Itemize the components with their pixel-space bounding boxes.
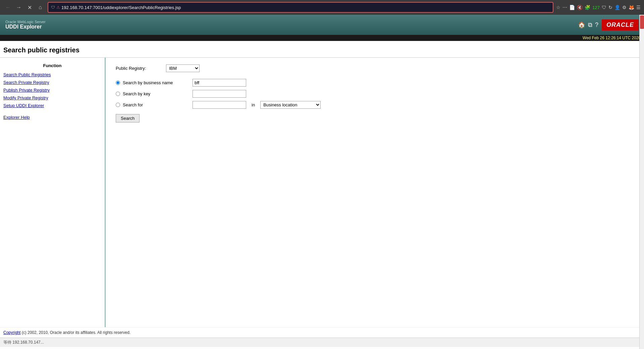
sidebar-link-publish-private[interactable]: Publish Private Registry xyxy=(3,88,101,93)
search-business-name-label: Search by business name xyxy=(123,80,190,85)
main-layout: Function Search Public Registries Search… xyxy=(0,58,644,327)
shield-icon2[interactable]: 🛡 xyxy=(602,5,606,10)
reader-icon[interactable]: 📄 xyxy=(569,5,575,10)
extensions-icon[interactable]: 🧩 xyxy=(585,5,590,10)
registry-select[interactable]: IBM Microsoft SAP XMethods xyxy=(166,64,200,72)
app-name: UDDI Explorer xyxy=(5,24,46,30)
oracle-header: Oracle WebLogic Server UDDI Explorer 🏠 ⧉… xyxy=(0,15,644,35)
page-footer: Copyright (c) 2002, 2010, Oracle and/or … xyxy=(0,327,644,338)
home-button[interactable]: ⌂ xyxy=(36,3,45,12)
browser-chrome: ← → ✕ ⌂ 🛡 ⚠ 192.168.70.147:7001/uddiexpl… xyxy=(0,0,644,15)
search-for-row: Search for in Business location Business… xyxy=(116,101,634,109)
datetime-bar: Wed Feb 26 12:26:14 UTC 2020 xyxy=(0,35,644,41)
help-icon[interactable]: ? xyxy=(595,21,598,29)
search-by-key-row: Search by key xyxy=(116,90,634,98)
status-bar: 等待 192.168.70.147... xyxy=(0,338,644,347)
copyright-link[interactable]: Copyright xyxy=(3,330,20,335)
status-text: 等待 192.168.70.147... xyxy=(3,340,44,345)
sidebar-link-search-private[interactable]: Search Private Registry xyxy=(3,80,101,85)
forward-button[interactable]: → xyxy=(14,3,23,12)
location-select[interactable]: Business location Business category Serv… xyxy=(260,101,321,109)
search-key-label: Search by key xyxy=(123,91,190,96)
firefox-icon[interactable]: 🦊 xyxy=(629,5,634,10)
container-icon[interactable]: 127 xyxy=(592,5,600,10)
search-key-radio[interactable] xyxy=(116,92,120,96)
search-business-name-radio[interactable] xyxy=(116,81,120,85)
sync-icon[interactable]: ↻ xyxy=(608,5,612,10)
search-for-input[interactable] xyxy=(193,101,246,109)
settings-icon[interactable]: ⚙ xyxy=(622,5,627,10)
sidebar-links: Search Public Registries Search Private … xyxy=(3,72,101,108)
url-text: 192.168.70.147:7001/uddiexplorer/SearchP… xyxy=(61,5,550,10)
security-icon: 🛡 xyxy=(51,5,55,10)
sidebar-link-modify-private[interactable]: Modify Private Registry xyxy=(3,95,101,100)
sidebar-link-search-public[interactable]: Search Public Registries xyxy=(3,72,101,77)
search-button[interactable]: Search xyxy=(116,114,140,122)
sidebar: Function Search Public Registries Search… xyxy=(0,58,106,327)
in-label: in xyxy=(252,102,255,107)
header-icons: 🏠 ⧉ ? xyxy=(578,21,598,29)
address-bar[interactable]: 🛡 ⚠ 192.168.70.147:7001/uddiexplorer/Sea… xyxy=(48,2,553,13)
sidebar-link-explorer-help[interactable]: Explorer Help xyxy=(3,115,30,120)
public-registry-row: Public Registry: IBM Microsoft SAP XMeth… xyxy=(116,64,634,72)
page-content: Search public registries Function Search… xyxy=(0,41,644,338)
header-right: 🏠 ⧉ ? ORACLE xyxy=(578,19,639,31)
copyright-text: (c) 2002, 2010, Oracle and/or its affili… xyxy=(20,330,130,335)
public-registry-label: Public Registry: xyxy=(116,66,163,71)
warning-icon: ⚠ xyxy=(56,5,60,10)
speaker-icon[interactable]: 🔇 xyxy=(577,5,583,10)
search-for-radio[interactable] xyxy=(116,103,120,107)
home-icon[interactable]: 🏠 xyxy=(578,21,585,29)
product-name: Oracle WebLogic Server xyxy=(5,20,46,24)
search-button-container: Search xyxy=(116,112,634,122)
back-button[interactable]: ← xyxy=(3,3,13,12)
menu-dots[interactable]: ⋯ xyxy=(562,5,567,10)
search-key-input[interactable] xyxy=(193,90,246,98)
datetime-text: Wed Feb 26 12:26:14 UTC 2020 xyxy=(583,36,641,40)
page-title: Search public registries xyxy=(0,41,644,58)
oracle-logo: ORACLE xyxy=(602,19,639,31)
window-icon[interactable]: ⧉ xyxy=(588,21,592,29)
header-title: Oracle WebLogic Server UDDI Explorer xyxy=(5,20,46,30)
account-icon[interactable]: 👤 xyxy=(614,5,620,10)
content-area: Public Registry: IBM Microsoft SAP XMeth… xyxy=(106,58,644,327)
sidebar-function-title: Function xyxy=(3,63,101,68)
menu-icon[interactable]: ☰ xyxy=(636,5,641,10)
search-business-name-input[interactable] xyxy=(193,79,246,87)
scrollbar[interactable] xyxy=(639,15,644,347)
sidebar-help: Explorer Help xyxy=(3,115,101,120)
sidebar-link-setup-uddi[interactable]: Setup UDDI Explorer xyxy=(3,103,101,108)
nav-buttons: ← → ✕ ⌂ xyxy=(3,3,45,12)
browser-actions: ☆ ⋯ 📄 🔇 🧩 127 🛡 ↻ 👤 ⚙ 🦊 ☰ xyxy=(556,5,641,10)
search-for-label: Search for xyxy=(123,102,190,107)
close-button[interactable]: ✕ xyxy=(25,3,34,12)
search-business-name-row: Search by business name xyxy=(116,79,634,87)
scrollbar-thumb[interactable] xyxy=(640,15,644,29)
bookmark-star[interactable]: ☆ xyxy=(556,5,560,10)
